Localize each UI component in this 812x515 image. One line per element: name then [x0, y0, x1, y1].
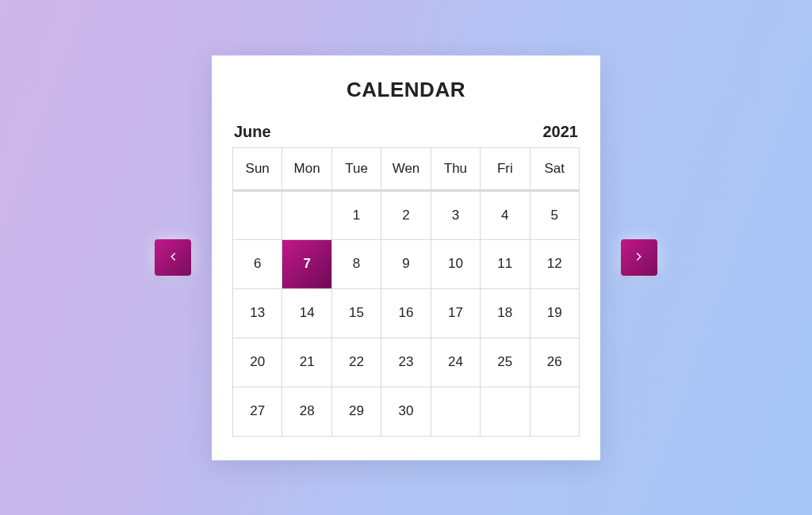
day-cell[interactable]: 14 — [282, 288, 331, 338]
weekday-header: Fri — [481, 147, 530, 190]
calendar-card: CALENDAR June 2021 SunMonTueWenThuFriSat… — [212, 55, 600, 460]
day-cell[interactable]: 4 — [481, 190, 530, 239]
day-cell[interactable]: 22 — [331, 338, 381, 387]
day-cell[interactable]: 26 — [530, 338, 579, 387]
day-cell[interactable]: 21 — [282, 338, 331, 387]
day-cell[interactable]: 30 — [381, 387, 431, 436]
day-cell-empty — [530, 387, 579, 436]
day-cell[interactable]: 3 — [431, 190, 480, 239]
day-cell[interactable]: 24 — [431, 338, 480, 387]
day-cell-empty — [431, 387, 480, 436]
weekday-header: Thu — [431, 147, 480, 190]
day-cell[interactable]: 2 — [381, 190, 431, 239]
next-month-button[interactable] — [621, 239, 657, 276]
day-cell[interactable]: 12 — [530, 239, 579, 288]
day-cell[interactable]: 20 — [233, 338, 282, 387]
month-year-row: June 2021 — [232, 123, 580, 141]
weekday-header: Tue — [331, 147, 381, 190]
month-label: June — [234, 123, 271, 141]
day-cell-empty — [233, 190, 282, 239]
chevron-right-icon — [633, 250, 645, 265]
day-cell[interactable]: 15 — [331, 288, 381, 338]
day-cell[interactable]: 23 — [381, 338, 431, 387]
day-cell[interactable]: 17 — [431, 288, 480, 338]
day-cell[interactable]: 29 — [331, 387, 381, 436]
day-cell[interactable]: 6 — [233, 239, 282, 288]
year-label: 2021 — [543, 123, 579, 141]
weekday-header: Wen — [381, 147, 431, 190]
prev-month-button[interactable] — [155, 239, 191, 276]
day-cell[interactable]: 1 — [331, 190, 381, 239]
weekday-header: Mon — [282, 147, 331, 190]
day-cell[interactable]: 11 — [481, 239, 530, 288]
day-cell[interactable]: 7 — [282, 239, 331, 288]
day-cell[interactable]: 19 — [530, 288, 579, 338]
weekday-header: Sat — [530, 147, 579, 190]
calendar-grid: SunMonTueWenThuFriSat 123456789101112131… — [232, 147, 580, 437]
day-cell[interactable]: 16 — [381, 288, 431, 338]
day-cell-empty — [282, 190, 331, 239]
day-cell-empty — [481, 387, 530, 436]
day-cell[interactable]: 28 — [282, 387, 331, 436]
calendar-title: CALENDAR — [232, 78, 580, 102]
chevron-left-icon — [167, 250, 179, 265]
day-cell[interactable]: 25 — [481, 338, 530, 387]
day-cell[interactable]: 8 — [331, 239, 381, 288]
day-cell[interactable]: 9 — [381, 239, 431, 288]
day-cell[interactable]: 18 — [481, 288, 530, 338]
day-cell[interactable]: 10 — [431, 239, 480, 288]
weekday-header: Sun — [233, 147, 282, 190]
day-cell[interactable]: 5 — [530, 190, 579, 239]
day-cell[interactable]: 13 — [233, 288, 282, 338]
day-cell[interactable]: 27 — [233, 387, 282, 436]
